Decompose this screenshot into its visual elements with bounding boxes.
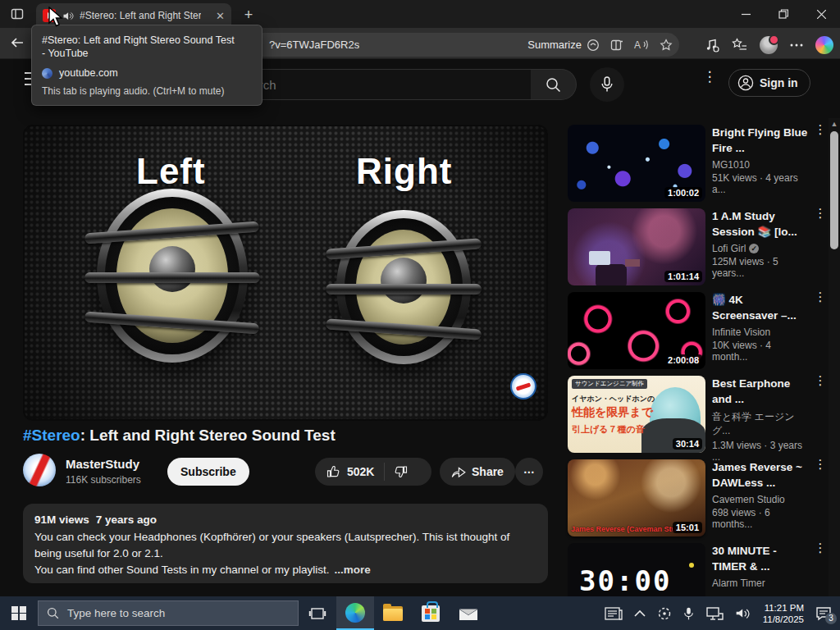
search-box[interactable] — [221, 69, 532, 100]
video-thumbnail[interactable]: 30:00 — [568, 543, 705, 596]
task-view-button[interactable] — [299, 596, 336, 630]
video-title[interactable]: James Reverse ~ DAWLess ... — [712, 459, 809, 491]
scrollbar-thumb[interactable] — [830, 131, 838, 249]
video-title[interactable]: 🎆 4K Screensaver –... — [712, 292, 809, 323]
close-icon — [817, 10, 826, 19]
video-thumbnail[interactable]: James Reverse (Caveman Studio)15:01 — [568, 459, 705, 536]
tab-title: #Stereo: Left and Right Stere — [80, 10, 201, 21]
sign-in-button[interactable]: Sign in — [728, 69, 810, 97]
duration-badge: 15:01 — [673, 522, 702, 533]
video-menu-button[interactable]: ⋮ — [814, 210, 827, 216]
more-link[interactable]: ...more — [334, 564, 370, 576]
taskbar-search-icon — [47, 607, 59, 619]
minimize-icon — [742, 10, 751, 19]
thumbnail-text: イヤホン・ヘッドホンの — [572, 394, 655, 404]
video-menu-button[interactable]: ⋮ — [814, 294, 827, 299]
new-tab-button[interactable]: + — [240, 6, 258, 24]
file-explorer-button[interactable] — [374, 596, 412, 630]
video-channel[interactable]: Alarm Timer — [712, 578, 809, 589]
video-views: 698 views · 6 months... — [712, 507, 809, 530]
video-thumbnail[interactable]: 1:01:14 — [568, 208, 705, 285]
video-title[interactable]: 1 A.M Study Session 📚 [lo... — [712, 208, 809, 240]
recommended-video[interactable]: サウンドエンジニア制作イヤホン・ヘッドホンの性能を限界まで引上げる７種の音30:… — [568, 376, 827, 453]
voice-search-button[interactable] — [590, 67, 624, 102]
scroll-up-icon[interactable]: ▲ — [829, 118, 840, 130]
url-text: ?v=6TWJaFD6R2s — [269, 39, 359, 51]
read-aloud-icon[interactable]: A — [634, 39, 649, 51]
like-button[interactable]: 502K — [315, 464, 384, 479]
video-views: 10K views · 4 month... — [712, 340, 809, 363]
taskbar-search[interactable]: Type here to search — [38, 600, 299, 626]
page-scrollbar[interactable]: ▲ ▼ — [829, 118, 840, 596]
tab-close-button[interactable]: ✕ — [216, 11, 225, 21]
description-box[interactable]: 91M views7 years ago You can check your … — [23, 504, 548, 583]
recommended-video[interactable]: 2:00:08🎆 4K Screensaver –...Infinite Vis… — [568, 292, 827, 369]
video-thumbnail[interactable]: 2:00:08 — [568, 292, 705, 369]
browser-menu-icon[interactable] — [790, 43, 803, 47]
tab-actions-button[interactable] — [8, 6, 26, 22]
summarize-icon — [587, 39, 600, 52]
video-menu-button[interactable]: ⋮ — [814, 461, 827, 467]
video-thumbnail[interactable]: 1:00:02 — [568, 125, 705, 202]
video-player[interactable]: Left Right — [23, 125, 548, 421]
microsoft-store-button[interactable] — [412, 596, 450, 630]
summarize-button[interactable]: Summarize — [527, 39, 600, 52]
hashtag-link[interactable]: #Stereo — [23, 427, 80, 444]
header-more-button[interactable]: ⋮ — [702, 74, 717, 94]
subscribe-button[interactable]: Subscribe — [167, 458, 249, 486]
recommended-video[interactable]: 30:0030 MINUTE - TIMER & ...Alarm Timer⋮ — [568, 543, 827, 596]
channel-name[interactable]: MasterStudy — [66, 457, 139, 471]
share-button[interactable]: Share — [440, 458, 515, 486]
mouse-cursor — [48, 7, 66, 28]
taskbar-edge-button[interactable] — [336, 596, 374, 630]
video-channel[interactable]: 音と科学 エージング... — [712, 410, 809, 438]
split-screen-icon[interactable] — [610, 39, 623, 52]
recommended-video[interactable]: James Reverse (Caveman Studio)15:01James… — [568, 459, 827, 536]
mail-button[interactable] — [450, 596, 487, 630]
collections-icon[interactable] — [732, 38, 747, 52]
video-title[interactable]: 30 MINUTE - TIMER & ... — [712, 543, 809, 574]
start-button[interactable] — [0, 596, 38, 630]
favorite-star-icon[interactable] — [660, 39, 673, 52]
hidden-icons-chevron[interactable] — [634, 609, 646, 617]
news-widget-icon[interactable] — [605, 606, 623, 621]
thumbnail-text: サウンドエンジニア制作 — [572, 379, 647, 389]
search-button[interactable] — [531, 69, 577, 100]
video-channel[interactable]: Cavemen Studio — [712, 494, 809, 505]
search-input[interactable] — [235, 77, 501, 93]
video-menu-button[interactable]: ⋮ — [814, 377, 827, 383]
clock-time: 11:21 PM — [763, 602, 804, 614]
video-title[interactable]: Best Earphone and ... — [712, 376, 809, 407]
minimize-button[interactable] — [727, 0, 765, 28]
verified-badge-icon: ✓ — [749, 244, 759, 253]
video-title[interactable]: Bright Flying Blue Fire ... — [712, 125, 809, 156]
video-menu-button[interactable]: ⋮ — [814, 545, 827, 550]
recommended-video[interactable]: 1:00:02Bright Flying Blue Fire ...MG1010… — [568, 125, 827, 202]
taskbar-clock[interactable]: 11:21 PM 11/8/2025 — [763, 602, 804, 625]
notification-center-button[interactable]: 3 — [815, 606, 832, 621]
volume-icon[interactable] — [735, 606, 751, 620]
left-speaker-image — [97, 189, 248, 363]
video-channel[interactable]: Infinite Vision — [712, 326, 809, 338]
copilot-icon[interactable] — [815, 36, 833, 54]
network-icon[interactable] — [705, 606, 724, 621]
restore-button[interactable] — [765, 0, 802, 28]
tray-app-icon[interactable] — [657, 606, 672, 621]
windows-logo-icon — [11, 606, 26, 621]
video-channel[interactable]: Lofi Girl✓ — [712, 243, 809, 254]
video-menu-button[interactable]: ⋮ — [814, 126, 827, 132]
channel-avatar[interactable] — [23, 454, 56, 486]
more-actions-button[interactable]: ⋯ — [515, 458, 543, 486]
description-line: being useful for 2.0 or 2.1. — [34, 546, 536, 562]
profile-avatar[interactable] — [760, 36, 778, 54]
sign-in-label: Sign in — [760, 76, 798, 89]
tray-mic-icon[interactable] — [683, 606, 694, 621]
media-playing-icon[interactable] — [705, 38, 719, 52]
close-button[interactable] — [802, 0, 840, 28]
duration-badge: 1:00:02 — [664, 187, 702, 199]
recommended-video[interactable]: 1:01:141 A.M Study Session 📚 [lo...Lofi … — [568, 208, 827, 285]
dislike-button[interactable] — [385, 464, 419, 479]
video-thumbnail[interactable]: サウンドエンジニア制作イヤホン・ヘッドホンの性能を限界まで引上げる７種の音30:… — [568, 376, 705, 453]
back-button[interactable] — [10, 36, 25, 49]
video-channel[interactable]: MG1010 — [712, 159, 809, 171]
